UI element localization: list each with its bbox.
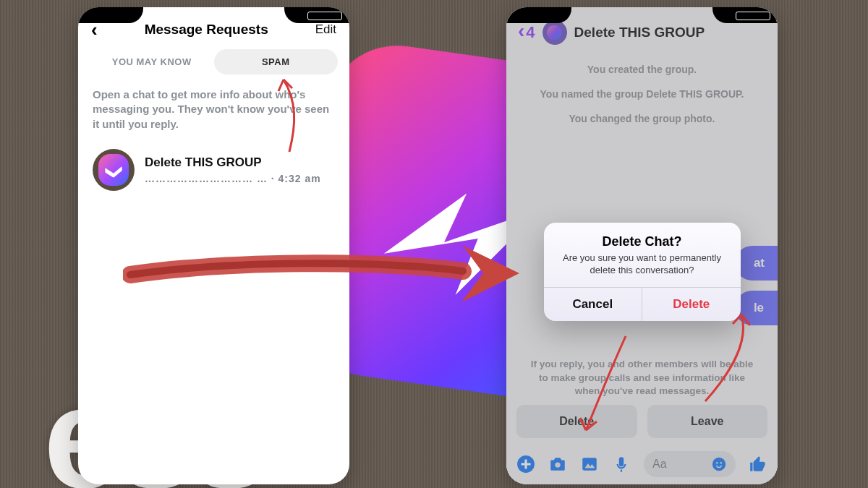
dialog-title: Delete Chat? (544, 223, 741, 252)
privacy-hint-text: Open a chat to get more info about who's… (78, 85, 349, 145)
segmented-tabs: YOU MAY KNOW SPAM (78, 48, 349, 85)
dialog-message: Are you sure you want to permanently del… (544, 252, 741, 287)
dialog-button-row: Cancel Delete (544, 287, 741, 321)
phone-message-requests: ‹ Message Requests Edit YOU MAY KNOW SPA… (78, 7, 349, 484)
notch-right (712, 7, 778, 23)
page-title: Message Requests (145, 22, 268, 38)
edit-button[interactable]: Edit (315, 22, 336, 37)
thread-name: Delete THIS GROUP (145, 155, 321, 170)
thread-avatar (93, 149, 135, 191)
notch-left (506, 7, 571, 23)
phone-delete-chat: ‹ 4 Delete THIS GROUP You created the gr… (506, 7, 778, 484)
notch-right (284, 7, 349, 23)
dialog-delete-button[interactable]: Delete (642, 288, 741, 321)
notch-left (78, 7, 143, 23)
chat-screen: ‹ 4 Delete THIS GROUP You created the gr… (506, 7, 778, 484)
dialog-cancel-button[interactable]: Cancel (544, 288, 643, 321)
tab-you-may-know[interactable]: YOU MAY KNOW (90, 49, 214, 74)
messenger-icon (98, 154, 129, 186)
message-thread-row[interactable]: Delete THIS GROUP ………………………… … · 4:32 am (78, 145, 349, 195)
thread-subtitle: ………………………… … · 4:32 am (145, 173, 321, 184)
tab-spam[interactable]: SPAM (214, 49, 339, 74)
delete-chat-dialog: Delete Chat? Are you sure you want to pe… (544, 223, 741, 321)
